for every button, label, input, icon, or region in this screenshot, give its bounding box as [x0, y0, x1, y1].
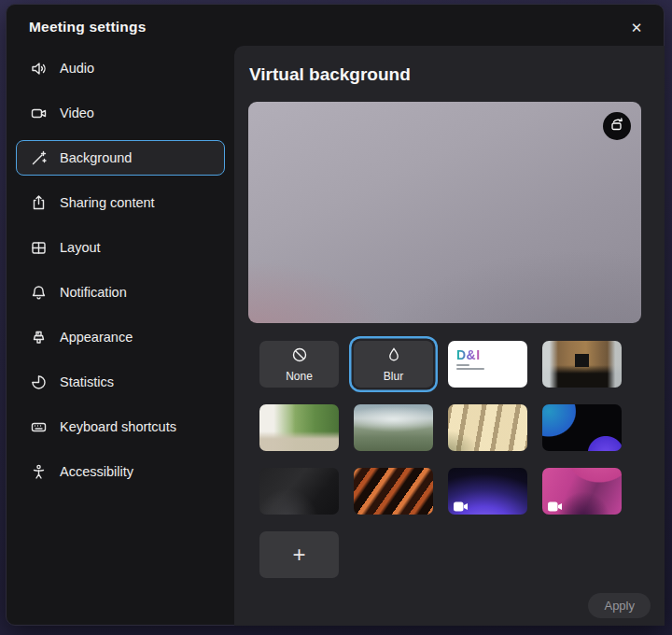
magic-wand-icon — [30, 149, 48, 167]
close-icon: ✕ — [631, 20, 643, 36]
tile-none[interactable]: None — [259, 341, 339, 388]
sidebar-item-layout[interactable]: Layout — [16, 230, 225, 265]
sidebar-item-notification[interactable]: Notification — [16, 275, 225, 310]
tile-pink-video[interactable] — [542, 468, 622, 515]
sidebar-item-label: Appearance — [60, 330, 133, 345]
panel-heading: Virtual background — [249, 64, 411, 85]
dni-tagline — [456, 364, 484, 370]
blur-drop-icon — [385, 346, 403, 368]
add-background-button[interactable]: + — [259, 531, 339, 578]
virtual-background-panel: Virtual background None Blur — [234, 46, 665, 626]
sidebar-item-label: Notification — [60, 285, 127, 300]
background-tile-grid: None Blur D&I — [259, 341, 622, 578]
sidebar-item-label: Keyboard shortcuts — [60, 419, 176, 434]
keyboard-icon — [30, 418, 48, 436]
sidebar-item-background[interactable]: Background — [16, 140, 225, 176]
sidebar-item-label: Sharing content — [60, 195, 155, 210]
plus-icon: + — [292, 543, 305, 566]
tile-dark-swirl[interactable] — [259, 468, 339, 515]
camera-preview — [248, 102, 641, 323]
camera-badge-icon — [548, 499, 562, 509]
sidebar-item-label: Statistics — [60, 374, 114, 389]
bell-icon — [30, 284, 48, 302]
audio-icon — [30, 60, 48, 78]
tile-lava[interactable] — [354, 468, 433, 515]
tile-abstract-blue[interactable] — [542, 404, 622, 451]
tile-office-room[interactable] — [542, 341, 622, 388]
none-slash-icon — [290, 346, 309, 368]
flip-camera-button[interactable] — [603, 112, 631, 140]
sidebar-item-statistics[interactable]: Statistics — [16, 364, 225, 400]
layout-grid-icon — [30, 239, 48, 257]
sidebar-item-label: Video — [60, 106, 94, 120]
paintbrush-icon — [30, 329, 48, 346]
sidebar-item-label: Layout — [60, 240, 101, 255]
share-icon — [30, 194, 48, 212]
sidebar-item-keyboard-shortcuts[interactable]: Keyboard shortcuts — [16, 409, 225, 444]
sidebar-item-video[interactable]: Video — [16, 95, 225, 131]
sidebar-item-audio[interactable]: Audio — [16, 50, 225, 86]
camera-badge-icon — [454, 499, 468, 509]
tile-blur[interactable]: Blur — [354, 341, 433, 388]
meeting-settings-dialog: Meeting settings ✕ Audio Video Backgroun… — [6, 4, 665, 626]
dni-logo-text: D&I — [456, 347, 484, 362]
video-icon — [30, 105, 48, 122]
tile-dni-logo[interactable]: D&I — [448, 341, 527, 388]
sidebar-item-accessibility[interactable]: Accessibility — [16, 454, 225, 489]
accessibility-icon — [30, 463, 48, 481]
sidebar-item-label: Audio — [60, 61, 94, 76]
sidebar-item-label: Background — [60, 150, 132, 165]
tile-purple-video[interactable] — [448, 468, 527, 515]
sidebar-item-appearance[interactable]: Appearance — [16, 319, 225, 355]
tile-label: None — [286, 370, 313, 383]
flip-camera-icon — [609, 116, 626, 136]
tile-living-room[interactable] — [259, 404, 339, 451]
tile-window-light[interactable] — [448, 404, 527, 451]
pie-chart-icon — [30, 374, 48, 391]
tile-label: Blur — [384, 370, 403, 383]
apply-button[interactable]: Apply — [588, 593, 651, 618]
sidebar-item-label: Accessibility — [60, 464, 133, 479]
dialog-title: Meeting settings — [29, 19, 147, 35]
tile-mountains[interactable] — [354, 404, 433, 451]
sidebar-item-sharing-content[interactable]: Sharing content — [16, 185, 225, 220]
close-button[interactable]: ✕ — [623, 14, 651, 42]
